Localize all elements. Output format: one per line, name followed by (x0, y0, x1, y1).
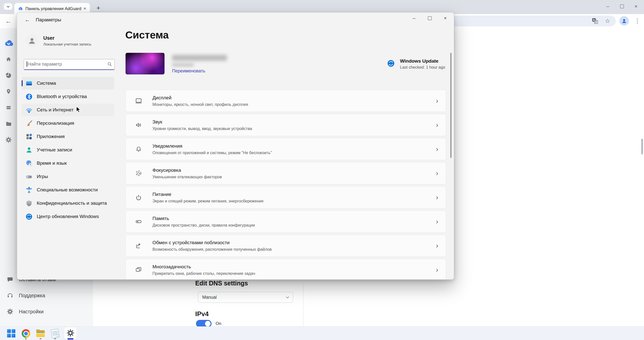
rename-device-link[interactable]: Переименовать (172, 68, 205, 74)
settings-back-button[interactable]: ← (23, 16, 32, 24)
person-icon (621, 18, 627, 24)
card-title: Дисплей (152, 95, 248, 101)
sidebar-item-network[interactable]: Сеть и Интернет (22, 104, 114, 116)
chevron-right-icon: › (436, 218, 438, 226)
browser-back-button[interactable]: ← (4, 16, 13, 26)
sidebar-item-accounts[interactable]: Учетные записи (22, 144, 114, 156)
statistics-pie-icon[interactable] (0, 67, 17, 83)
shield-icon (25, 199, 33, 207)
accessibility-person-icon (25, 186, 33, 194)
browser-minimize-button[interactable]: – (601, 2, 615, 11)
card-multitasking[interactable]: МногозадачностьПрикрепить окна, рабочие … (126, 259, 446, 280)
chevron-right-icon: › (436, 121, 438, 129)
share-arrow-icon (135, 242, 142, 249)
sidebar-item-label: Учетные записи (37, 147, 72, 153)
tab-close-button[interactable]: × (82, 6, 88, 12)
chevron-right-icon: › (436, 97, 438, 105)
desktop: Панель управления AdGuard DNS × + – × ← … (0, 0, 644, 340)
windows-update-icon (25, 213, 33, 220)
sidebar-item-label: Игры (37, 174, 48, 179)
sidebar-item-settings[interactable]: Настройки (0, 304, 91, 320)
sidebar-item-support[interactable]: Поддержка (0, 287, 91, 304)
bluetooth-icon (25, 93, 33, 100)
sidebar-item-windows-update[interactable]: Центр обновления Windows (22, 210, 114, 223)
taskbar-notepad[interactable] (49, 327, 61, 339)
card-display[interactable]: ДисплейМониторы, яркость, ночной свет, п… (126, 90, 446, 112)
sidebar-item-label: Сеть и Интернет (37, 107, 73, 113)
location-pin-icon[interactable] (0, 83, 17, 100)
settings-close-button[interactable]: × (439, 14, 451, 23)
multitasking-windows-icon (135, 266, 142, 274)
card-storage[interactable]: ПамятьДисковое пространство, диски, прав… (126, 210, 446, 233)
card-subtitle: Уменьшение отвлекающих факторов (152, 175, 222, 179)
chrome-icon (22, 329, 30, 338)
settings-scrollbar-thumb[interactable] (450, 53, 452, 158)
sidebar-item-apps[interactable]: Приложения (22, 130, 114, 143)
adguard-logo-cloud-icon[interactable] (0, 35, 17, 51)
servers-list-icon[interactable] (0, 100, 17, 116)
storage-icon (135, 218, 142, 225)
account-person-icon (25, 146, 33, 154)
card-notifications[interactable]: УведомленияОповещения от приложений и си… (126, 138, 446, 160)
windows-logo-icon (7, 329, 16, 338)
selection-indicator (22, 80, 23, 86)
translate-icon[interactable] (591, 17, 599, 25)
user-account-type: Локальная учетная запись (43, 42, 91, 47)
sidebar-item-accessibility[interactable]: Специальные возможности (22, 184, 114, 196)
sidebar-item-gaming[interactable]: Игры (22, 170, 114, 183)
windows-update-status: Last checked: 1 hour ago (400, 65, 445, 70)
taskbar-settings[interactable] (64, 327, 76, 339)
taskbar-file-explorer[interactable] (34, 327, 47, 339)
sidebar-item-system[interactable]: Система (22, 77, 114, 90)
sidebar-item-privacy[interactable]: Конфиденциальность и защита (22, 197, 114, 209)
taskbar-chrome[interactable] (20, 327, 32, 339)
wifi-icon (25, 106, 33, 114)
chevron-right-icon: › (436, 242, 438, 250)
sidebar-item-personalization[interactable]: Персонализация (22, 117, 114, 130)
windows-update-title[interactable]: Windows Update (400, 58, 438, 64)
card-focus[interactable]: ФокусировкаУменьшение отвлекающих фактор… (126, 162, 446, 184)
card-sound[interactable]: ЗвукУровни громкости, вывод, ввод, звуко… (126, 114, 446, 136)
active-app-indicator (67, 338, 73, 339)
new-tab-button[interactable]: + (94, 4, 103, 12)
device-name-redacted (172, 55, 227, 61)
browser-profile-avatar[interactable] (619, 16, 629, 26)
browser-menu-button[interactable]: ⋮ (633, 17, 641, 25)
power-icon (135, 194, 142, 201)
chevron-right-icon: › (436, 169, 438, 177)
card-subtitle: Мониторы, яркость, ночной свет, профиль … (152, 102, 248, 107)
file-explorer-icon (36, 330, 45, 337)
settings-card-list: ДисплейМониторы, яркость, ночной свет, п… (126, 90, 446, 280)
search-input[interactable] (27, 60, 106, 68)
home-icon[interactable] (0, 51, 17, 67)
sidebar-item-time-language[interactable]: Время и язык (22, 157, 114, 169)
bookmark-star-icon[interactable]: ☆ (603, 17, 612, 25)
dns-settings-heading: Edit DNS settings (195, 280, 248, 287)
browser-scrollbar-thumb[interactable] (641, 139, 643, 154)
gamepad-icon (25, 173, 33, 180)
settings-search-box[interactable] (24, 59, 115, 70)
ipv4-toggle-label: On (216, 321, 221, 326)
card-title: Фокусировка (152, 167, 222, 173)
card-power[interactable]: ПитаниеЭкран и спящий режим, режим питан… (126, 186, 446, 208)
sidebar-item-label: Система (37, 80, 56, 86)
running-indicator (54, 338, 56, 339)
running-indicator (39, 338, 42, 339)
gear-icon (7, 308, 13, 315)
dns-mode-select[interactable]: Manual (198, 292, 293, 303)
dns-mode-value: Manual (202, 295, 286, 300)
card-nearby-sharing[interactable]: Обмен с устройствами поблизостиВозможнос… (126, 235, 446, 257)
start-button[interactable] (5, 327, 17, 339)
sidebar-item-bluetooth[interactable]: Bluetooth и устройства (22, 90, 114, 103)
tab-list-button[interactable] (4, 3, 12, 10)
browser-close-button[interactable]: × (629, 2, 643, 11)
user-account-block[interactable]: User Локальная учетная запись (26, 34, 91, 47)
folder-icon[interactable] (0, 116, 17, 132)
card-title: Память (152, 216, 255, 221)
settings-maximize-button[interactable] (424, 14, 435, 23)
gear-icon[interactable] (0, 132, 17, 148)
card-title: Обмен с устройствами поблизости (152, 240, 272, 245)
browser-restore-button[interactable] (615, 2, 629, 11)
settings-minimize-button[interactable]: – (408, 14, 420, 23)
chevron-down-icon (286, 295, 289, 300)
